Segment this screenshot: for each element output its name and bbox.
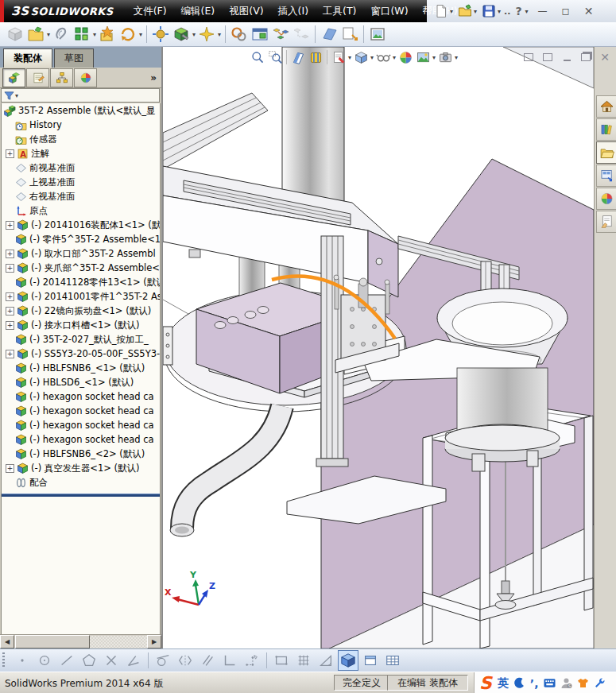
tree-item[interactable]: 35T-2 Assemble (默认<默认_显 <box>2 103 160 118</box>
tree-item[interactable]: 配合 <box>2 475 160 490</box>
toolbar-drag-handle[interactable] <box>2 652 5 668</box>
tree-item[interactable]: (-) hexagon socket head ca <box>2 432 160 447</box>
maximize-button[interactable]: ◻ <box>556 3 575 19</box>
sk-table-button[interactable] <box>382 650 403 671</box>
clipping-button[interactable] <box>307 48 324 66</box>
design-library-task-button[interactable] <box>596 118 616 141</box>
tree-item[interactable]: (-) hexagon socket head ca <box>2 418 160 432</box>
sk-point-button[interactable] <box>12 650 33 671</box>
account-icon[interactable]: S <box>560 677 572 689</box>
tree-item[interactable]: +(-) 20141016装配体1<1> (默 <box>2 218 160 232</box>
tree-item[interactable]: +A注解 <box>2 146 160 161</box>
expand-icon[interactable]: + <box>6 464 14 473</box>
doc-restore-button[interactable] <box>578 51 594 64</box>
toolbar-more-label[interactable]: .. <box>504 6 510 17</box>
scroll-right-button[interactable]: ▶ <box>147 635 161 648</box>
tree-item[interactable]: +(-) 20141001零件1^35T-2 As <box>2 289 160 304</box>
save-icon[interactable] <box>481 3 497 19</box>
menu-item-3[interactable]: 插入(I) <box>271 0 316 22</box>
open-icon[interactable] <box>457 3 473 19</box>
tree-item[interactable]: +(-) 取水口部^35T-2 Assembl <box>2 246 160 261</box>
open-part-caret-icon[interactable]: ▾ <box>47 31 50 38</box>
hide-show-button[interactable] <box>374 48 392 66</box>
tree-filter-bar[interactable]: ▾ <box>1 88 160 103</box>
tree-item[interactable]: +(-) 22镜向振动盘<1> (默认) <box>2 304 160 318</box>
exploded-view-button[interactable] <box>271 25 290 44</box>
new-window-button[interactable] <box>521 51 537 64</box>
sk-rect-button[interactable] <box>271 650 292 671</box>
sk-parallel-button[interactable] <box>197 650 218 671</box>
tree-item[interactable]: (-) hexagon socket head ca <box>2 389 160 404</box>
appearances-task-button[interactable] <box>596 188 616 210</box>
propertymanager-tab[interactable] <box>26 68 49 87</box>
sk-cross-button[interactable] <box>101 650 122 671</box>
tile-window-button[interactable] <box>540 51 556 64</box>
tree-item[interactable]: 传感器 <box>2 132 160 146</box>
graphics-viewport[interactable]: Y X Z ▾▾▾▾▾ <box>161 47 594 648</box>
ime-punctuation-toggle[interactable]: ’, <box>530 677 539 690</box>
menu-item-0[interactable]: 文件(F) <box>126 0 174 22</box>
appearances-button[interactable] <box>397 48 414 66</box>
custom-properties-task-button[interactable] <box>596 211 616 233</box>
home-task-button[interactable] <box>596 95 616 118</box>
doc-close-button[interactable]: ✕ <box>597 51 613 64</box>
manager-overflow-button[interactable]: » <box>150 72 157 83</box>
sk-snap-points-button[interactable] <box>242 650 262 671</box>
smart-fastener-button[interactable] <box>98 25 117 44</box>
tree-item[interactable]: (-) 20141128零件13<1> (默认 <box>2 275 160 289</box>
hide-show-caret-icon[interactable]: ▾ <box>393 54 396 61</box>
tree-item[interactable]: +(-) 真空发生器<1> (默认) <box>2 461 160 475</box>
sk-corner-button[interactable] <box>219 650 240 671</box>
tree-item[interactable]: (-) HBLSD6_<1> (默认) <box>2 375 160 389</box>
file-explorer-task-button[interactable] <box>596 141 616 164</box>
move-component-button[interactable] <box>151 25 170 44</box>
save-caret-icon[interactable]: ▾ <box>498 8 501 15</box>
wrench-icon[interactable] <box>594 677 606 689</box>
explode-line-button[interactable] <box>292 25 311 44</box>
sk-cube3d-button[interactable] <box>338 650 358 671</box>
view-palette-task-button[interactable] <box>596 165 616 187</box>
doc-minimize-button[interactable] <box>559 51 575 64</box>
keyboard-icon[interactable] <box>544 677 556 689</box>
sk-sheet-button[interactable] <box>360 650 381 671</box>
sk-polygon-button[interactable] <box>79 650 99 671</box>
expand-icon[interactable]: + <box>6 149 14 158</box>
sk-tangent-button[interactable] <box>153 650 173 671</box>
tree-item[interactable]: +(-) SS5Y3-20-05-00F_SS5Y3- <box>2 346 160 361</box>
tree-item[interactable]: 原点 <box>2 203 160 218</box>
tree-item[interactable]: (-) hexagon socket head ca <box>2 404 160 418</box>
rollback-bar[interactable] <box>2 494 160 497</box>
section-plane-button[interactable] <box>320 25 339 44</box>
tree-item[interactable]: (-) 35T-2-027_默认_按加工_ <box>2 332 160 346</box>
sk-angle-tri-button[interactable] <box>316 650 336 671</box>
expand-icon[interactable]: + <box>6 264 14 273</box>
display-style-caret-icon[interactable]: ▾ <box>370 54 374 61</box>
view-orientation-button[interactable] <box>330 48 347 66</box>
tab-sketch[interactable]: 草图 <box>54 48 94 68</box>
rotate-component-caret-icon[interactable]: ▾ <box>139 31 142 38</box>
expand-icon[interactable]: + <box>6 307 14 316</box>
featuremanager-tab[interactable] <box>2 68 25 87</box>
update-button[interactable] <box>340 25 359 44</box>
menu-item-2[interactable]: 视图(V) <box>222 0 270 22</box>
tree-item[interactable]: History <box>2 118 160 132</box>
photo-view-button[interactable] <box>368 25 387 44</box>
sk-circle-button[interactable] <box>34 650 55 671</box>
expand-icon[interactable]: + <box>6 221 14 230</box>
display-style-button[interactable] <box>352 48 370 66</box>
tree-item[interactable]: (-) HBLFSNB6_<1> (默认) <box>2 361 160 375</box>
sk-angle-button[interactable] <box>123 650 144 671</box>
tree-horizontal-scrollbar[interactable]: ◀ ▶ <box>0 634 161 648</box>
view-orientation-caret-icon[interactable]: ▾ <box>348 54 351 61</box>
expand-icon[interactable]: + <box>6 321 14 330</box>
pattern-button[interactable] <box>72 25 91 44</box>
help-caret-icon[interactable]: ▾ <box>525 8 529 15</box>
skin-icon[interactable] <box>577 677 589 689</box>
minimize-button[interactable]: — <box>533 3 552 19</box>
sk-grid-button[interactable] <box>293 650 314 671</box>
camera-caret-icon[interactable]: ▾ <box>455 54 458 61</box>
expand-icon[interactable]: + <box>6 292 14 301</box>
sk-mirror-button[interactable] <box>175 650 196 671</box>
expand-icon[interactable]: + <box>6 350 14 358</box>
tree-item[interactable]: (-) 零件5^35T-2 Assemble<1 <box>2 232 160 246</box>
